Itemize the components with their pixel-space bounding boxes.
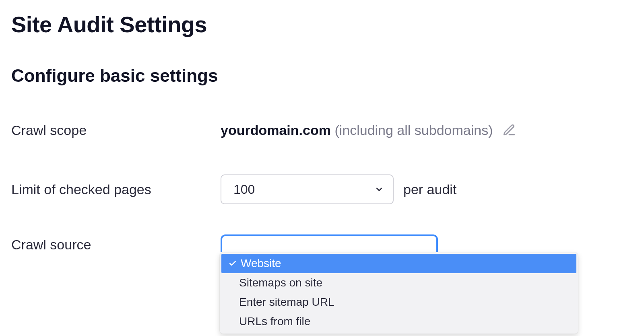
crawl-scope-note: (including all subdomains) xyxy=(334,122,493,138)
crawl-source-option-enter-sitemap-url[interactable]: Enter sitemap URL xyxy=(220,292,578,312)
crawl-scope-label: Crawl scope xyxy=(11,122,221,138)
crawl-source-option-urls-from-file[interactable]: URLs from file xyxy=(220,312,578,331)
pencil-icon[interactable] xyxy=(502,123,516,137)
dropdown-option-label: Website xyxy=(241,257,281,270)
limit-pages-selected-value: 100 xyxy=(233,182,255,197)
crawl-source-label: Crawl source xyxy=(11,234,221,253)
page-title: Site Audit Settings xyxy=(11,11,633,37)
limit-pages-label: Limit of checked pages xyxy=(11,182,221,197)
crawl-scope-row: Crawl scope yourdomain.com (including al… xyxy=(11,116,633,144)
dropdown-option-label: URLs from file xyxy=(239,315,310,328)
crawl-source-option-sitemaps-on-site[interactable]: Sitemaps on site xyxy=(220,273,578,292)
limit-pages-row: Limit of checked pages 100 per audit xyxy=(11,174,633,204)
crawl-source-dropdown: Website Sitemaps on site Enter sitemap U… xyxy=(220,252,578,334)
crawl-source-row: Crawl source Website Sitemaps on site En… xyxy=(11,234,633,334)
crawl-source-select[interactable] xyxy=(221,234,438,252)
check-icon xyxy=(229,259,241,268)
chevron-down-icon xyxy=(374,185,384,194)
crawl-scope-value: yourdomain.com (including all subdomains… xyxy=(221,122,633,138)
section-title: Configure basic settings xyxy=(11,66,633,86)
dropdown-option-label: Sitemaps on site xyxy=(239,276,322,289)
limit-pages-suffix: per audit xyxy=(403,182,456,197)
crawl-scope-domain: yourdomain.com xyxy=(221,122,331,138)
dropdown-option-label: Enter sitemap URL xyxy=(239,296,334,309)
crawl-source-option-website[interactable]: Website xyxy=(221,254,576,273)
limit-pages-select[interactable]: 100 xyxy=(221,174,394,204)
